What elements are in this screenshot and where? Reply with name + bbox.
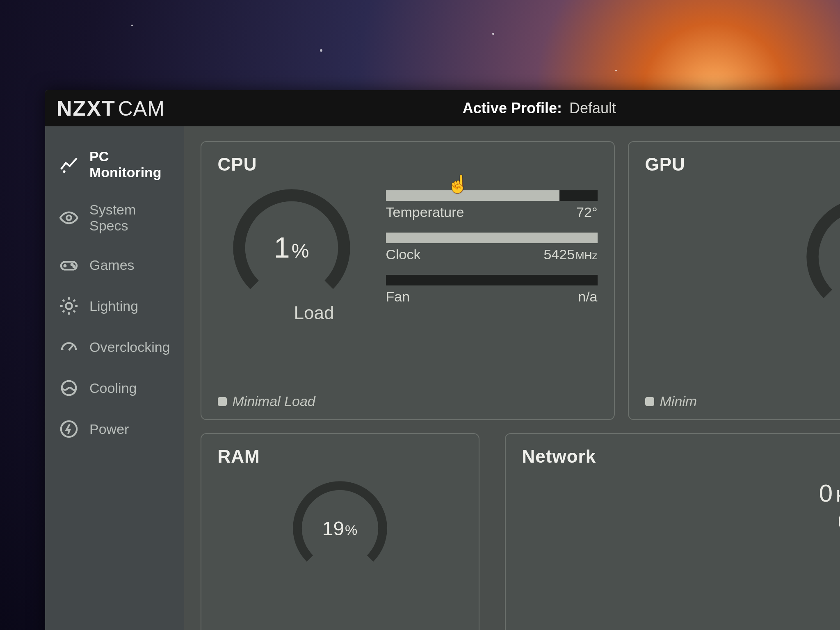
cpu-temperature-metric: Temperature 72° [386, 190, 598, 220]
cpu-clock-value: 5425 [543, 247, 575, 262]
ram-card[interactable]: RAM 19 % [201, 433, 479, 630]
svg-line-16 [69, 345, 73, 350]
cpu-card[interactable]: CPU 1 % Load [201, 141, 615, 420]
chart-line-icon [59, 155, 79, 174]
sidebar-item-label: Overclocking [89, 339, 170, 355]
cpu-status: Minimal Load [218, 393, 315, 409]
svg-line-14 [63, 310, 64, 312]
network-card[interactable]: Network 0 KB/s ↑ 0 KB/s [505, 433, 840, 630]
svg-point-6 [73, 266, 75, 267]
sidebar-item-label: Games [89, 257, 135, 273]
percent-sign: % [292, 240, 309, 262]
cpu-temperature-label: Temperature [386, 204, 464, 220]
brand-light: CAM [118, 97, 165, 121]
svg-point-7 [66, 303, 72, 309]
gauge-icon [59, 337, 79, 357]
network-title: Network [522, 446, 840, 467]
network-up-unit: KB/s [836, 487, 840, 505]
cpu-load-value: 1 [274, 231, 290, 264]
main-content: CPU 1 % Load [184, 126, 840, 630]
sidebar-item-label: System Specs [89, 202, 170, 234]
sun-icon [59, 296, 79, 316]
sidebar: PC Monitoring System Specs Games Lightin… [45, 126, 184, 630]
network-download: 0 KB/s [522, 507, 840, 536]
active-profile-value: Default [569, 100, 616, 117]
titlebar: NZXT CAM Active Profile: Default [45, 90, 840, 126]
cpu-status-text: Minimal Load [233, 393, 315, 409]
sidebar-item-overclocking[interactable]: Overclocking [45, 326, 184, 368]
active-profile[interactable]: Active Profile: Default [463, 100, 616, 117]
svg-point-0 [63, 170, 65, 173]
cpu-metrics: Temperature 72° Clock 5425MHz [386, 182, 598, 323]
cpu-clock-unit: MHz [575, 249, 597, 262]
gpu-title: GPU [645, 154, 840, 175]
svg-point-5 [71, 264, 73, 265]
ram-load-value: 19 [322, 517, 344, 540]
svg-point-1 [66, 215, 71, 220]
cpu-fan-bar [386, 275, 598, 285]
eye-icon [59, 208, 79, 228]
gpu-status-text: Minim [660, 393, 697, 409]
cpu-clock-bar [386, 233, 598, 243]
sidebar-item-label: Power [89, 421, 129, 437]
percent-sign: % [345, 522, 357, 538]
sidebar-item-pc-monitoring[interactable]: PC Monitoring [45, 138, 184, 191]
ram-load-gauge: 19 % [287, 475, 393, 582]
active-profile-label: Active Profile: [463, 100, 562, 117]
svg-line-10 [63, 300, 64, 301]
sidebar-item-cooling[interactable]: Cooling [45, 368, 184, 409]
cpu-fan-value: n/a [578, 289, 597, 305]
status-indicator-icon [645, 397, 654, 406]
sidebar-item-label: PC Monitoring [89, 148, 170, 180]
app-body: PC Monitoring System Specs Games Lightin… [45, 126, 840, 630]
bolt-icon [59, 419, 79, 439]
cpu-temperature-bar [386, 190, 598, 201]
brand-bold: NZXT [57, 96, 116, 121]
gamepad-icon [59, 255, 79, 275]
app-window: NZXT CAM Active Profile: Default PC Moni… [45, 90, 840, 630]
cpu-clock-metric: Clock 5425MHz [386, 233, 598, 262]
status-indicator-icon [218, 397, 227, 406]
app-brand: NZXT CAM [57, 96, 165, 121]
svg-line-15 [73, 300, 75, 301]
network-upload: 0 KB/s ↑ [522, 479, 840, 507]
svg-line-11 [73, 310, 75, 312]
gpu-card[interactable]: GPU Minim [628, 141, 840, 420]
sidebar-item-power[interactable]: Power [45, 409, 184, 450]
sidebar-item-system-specs[interactable]: System Specs [45, 191, 184, 244]
sidebar-item-label: Lighting [89, 298, 138, 314]
cpu-fan-label: Fan [386, 289, 410, 305]
cpu-clock-label: Clock [386, 247, 421, 262]
cpu-load-gauge: 1 % Load [218, 182, 365, 323]
svg-point-21 [790, 183, 840, 331]
sidebar-item-games[interactable]: Games [45, 244, 184, 285]
cpu-temperature-value: 72° [576, 204, 597, 220]
network-down-value: 0 [838, 507, 840, 536]
network-up-value: 0 [819, 479, 833, 507]
gpu-status: Minim [645, 393, 697, 409]
cpu-fan-metric: Fan n/a [386, 275, 598, 305]
sidebar-item-lighting[interactable]: Lighting [45, 285, 184, 326]
sidebar-item-label: Cooling [89, 380, 137, 396]
water-level-icon [59, 378, 79, 398]
